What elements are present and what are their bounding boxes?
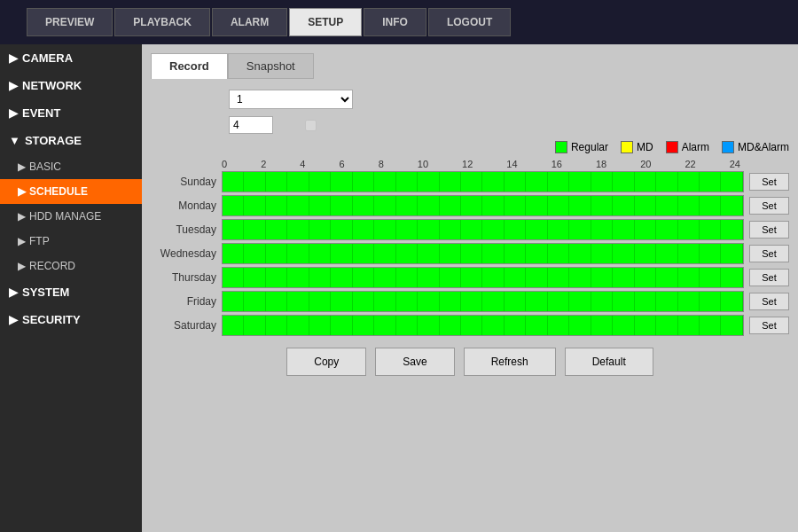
redundancy-label bbox=[305, 120, 320, 131]
schedule-row-monday: MondaySet bbox=[151, 195, 789, 216]
bottom-buttons: CopySaveRefreshDefault bbox=[151, 348, 789, 376]
default-button[interactable]: Default bbox=[565, 348, 653, 376]
triangle-icon: ▶ bbox=[9, 51, 18, 65]
sidebar-item-record[interactable]: ▶ RECORD bbox=[0, 254, 142, 278]
time-label-4: 4 bbox=[300, 159, 305, 169]
sidebar-section-storage[interactable]: ▼ STORAGE bbox=[0, 127, 142, 154]
time-label-10: 10 bbox=[418, 159, 428, 169]
set-button-thursday[interactable]: Set bbox=[749, 269, 789, 286]
channel-select[interactable]: 1 bbox=[229, 90, 353, 109]
content-area: RecordSnapshot 1 RegularMDAlarmMD&Alarm bbox=[142, 44, 798, 532]
grid-bar-tuesday[interactable] bbox=[222, 219, 744, 240]
arrow-icon: ▶ bbox=[18, 260, 26, 272]
triangle-icon: ▶ bbox=[9, 79, 18, 92]
nav-tab-info[interactable]: INFO bbox=[364, 8, 426, 36]
grid-bar-sunday[interactable] bbox=[222, 171, 744, 192]
nav-tab-setup[interactable]: SETUP bbox=[289, 8, 362, 36]
time-labels: 024681012141618202224 bbox=[222, 159, 740, 169]
legend-item-md-alarm: MD&Alarm bbox=[722, 141, 789, 153]
day-label-wednesday: Wednesday bbox=[151, 247, 222, 260]
nav-tab-logout[interactable]: LOGOUT bbox=[428, 8, 511, 36]
refresh-button[interactable]: Refresh bbox=[464, 348, 556, 376]
set-button-tuesday[interactable]: Set bbox=[749, 221, 789, 239]
schedule-row-thursday: ThursdaySet bbox=[151, 267, 789, 288]
set-button-saturday[interactable]: Set bbox=[749, 317, 789, 334]
sidebar-section-camera[interactable]: ▶ CAMERA bbox=[0, 44, 142, 72]
triangle-icon: ▶ bbox=[9, 106, 18, 120]
time-label-22: 22 bbox=[685, 159, 695, 169]
grid-bar-wednesday[interactable] bbox=[222, 243, 744, 264]
triangle-icon: ▶ bbox=[9, 313, 18, 326]
grid-bar-friday[interactable] bbox=[222, 291, 744, 312]
arrow-icon: ▶ bbox=[18, 160, 26, 173]
content-tab-snapshot[interactable]: Snapshot bbox=[228, 53, 314, 79]
nav-tab-alarm[interactable]: ALARM bbox=[212, 8, 287, 36]
legend-color-alarm bbox=[666, 141, 678, 153]
time-label-20: 20 bbox=[640, 159, 651, 169]
time-label-14: 14 bbox=[506, 159, 517, 169]
prerecord-input[interactable] bbox=[229, 116, 273, 134]
legend-item-alarm: Alarm bbox=[666, 141, 709, 153]
legend-color-md bbox=[621, 141, 633, 153]
sidebar-item-schedule[interactable]: ▶ SCHEDULE bbox=[0, 179, 142, 204]
sidebar-item-hdd-manage[interactable]: ▶ HDD MANAGE bbox=[0, 204, 142, 229]
nav-tabs: PREVIEWPLAYBACKALARMSETUPINFOLOGOUT bbox=[27, 8, 511, 36]
legend-item-md: MD bbox=[621, 141, 653, 153]
set-button-wednesday[interactable]: Set bbox=[749, 245, 789, 262]
time-label-0: 0 bbox=[222, 159, 227, 169]
legend-label: MD bbox=[637, 141, 653, 153]
redundancy-checkbox[interactable] bbox=[305, 120, 317, 131]
schedule-row-friday: FridaySet bbox=[151, 291, 789, 312]
time-label-2: 2 bbox=[261, 159, 266, 169]
arrow-icon: ▶ bbox=[18, 210, 26, 223]
day-label-monday: Monday bbox=[151, 200, 222, 212]
sidebar-item-basic[interactable]: ▶ BASIC bbox=[0, 154, 142, 179]
schedule-container: 024681012141618202224 SundaySetMondaySet… bbox=[151, 159, 789, 339]
arrow-icon: ▶ bbox=[18, 185, 26, 198]
sidebar-section-network[interactable]: ▶ NETWORK bbox=[0, 72, 142, 99]
day-label-saturday: Saturday bbox=[151, 319, 222, 332]
set-button-sunday[interactable]: Set bbox=[749, 173, 789, 191]
legend-color-md&alarm bbox=[722, 141, 734, 153]
day-label-friday: Friday bbox=[151, 295, 222, 308]
main-layout: ▶ CAMERA▶ NETWORK▶ EVENT▼ STORAGE▶ BASIC… bbox=[0, 44, 798, 532]
sidebar-section-system[interactable]: ▶ SYSTEM bbox=[0, 278, 142, 306]
schedule-row-tuesday: TuesdaySet bbox=[151, 219, 789, 240]
sidebar-item-ftp[interactable]: ▶ FTP bbox=[0, 229, 142, 254]
day-label-sunday: Sunday bbox=[151, 176, 222, 188]
nav-tab-preview[interactable]: PREVIEW bbox=[27, 8, 113, 36]
grid-fill-friday bbox=[223, 292, 743, 311]
legend-label: MD&Alarm bbox=[738, 141, 789, 153]
sidebar-section-security[interactable]: ▶ SECURITY bbox=[0, 306, 142, 333]
channel-row: 1 bbox=[151, 90, 789, 109]
time-axis: 024681012141618202224 bbox=[222, 159, 740, 169]
time-label-24: 24 bbox=[730, 159, 740, 169]
arrow-icon: ▶ bbox=[18, 235, 26, 247]
time-label-8: 8 bbox=[379, 159, 384, 169]
legend-label: Alarm bbox=[682, 141, 709, 153]
sidebar: ▶ CAMERA▶ NETWORK▶ EVENT▼ STORAGE▶ BASIC… bbox=[0, 44, 142, 532]
schedule-rows: SundaySetMondaySetTuesdaySetWednesdaySet… bbox=[151, 171, 789, 339]
set-button-friday[interactable]: Set bbox=[749, 293, 789, 310]
legend: RegularMDAlarmMD&Alarm bbox=[151, 141, 789, 153]
time-label-12: 12 bbox=[462, 159, 473, 169]
sidebar-section-event[interactable]: ▶ EVENT bbox=[0, 99, 142, 127]
schedule-row-wednesday: WednesdaySet bbox=[151, 243, 789, 264]
grid-fill-tuesday bbox=[223, 220, 743, 239]
content-tab-record[interactable]: Record bbox=[151, 53, 228, 79]
nav-tab-playback[interactable]: PLAYBACK bbox=[114, 8, 210, 36]
copy-button[interactable]: Copy bbox=[286, 348, 366, 376]
time-label-16: 16 bbox=[552, 159, 562, 169]
grid-fill-sunday bbox=[223, 172, 743, 192]
prerecord-row bbox=[151, 116, 789, 134]
set-button-monday[interactable]: Set bbox=[749, 197, 789, 215]
grid-fill-monday bbox=[223, 196, 743, 215]
grid-bar-saturday[interactable] bbox=[222, 315, 744, 336]
time-label-6: 6 bbox=[339, 159, 344, 169]
legend-color-regular bbox=[555, 141, 567, 153]
grid-fill-thursday bbox=[223, 268, 743, 287]
grid-bar-monday[interactable] bbox=[222, 195, 744, 216]
save-button[interactable]: Save bbox=[375, 348, 454, 376]
content-tabs: RecordSnapshot bbox=[151, 53, 789, 79]
grid-bar-thursday[interactable] bbox=[222, 267, 744, 288]
